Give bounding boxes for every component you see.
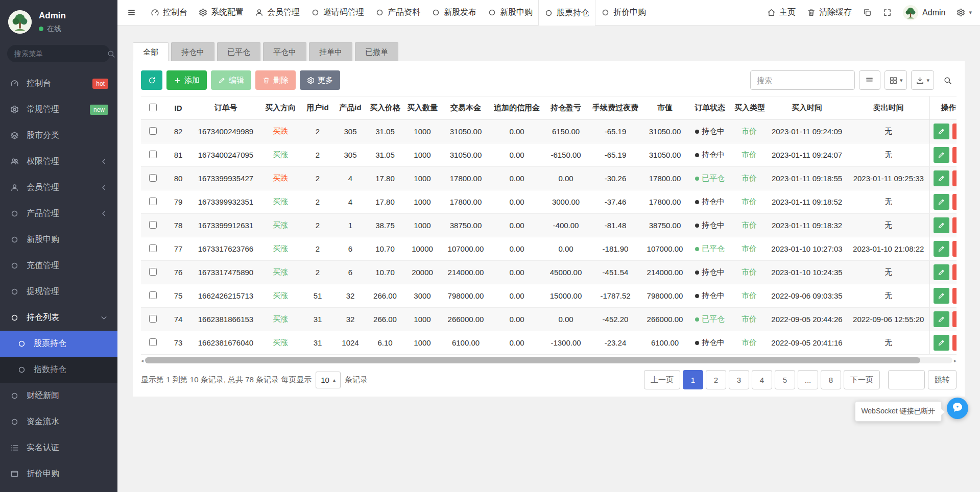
sidebar-item-6[interactable]: 产品管理 [0, 201, 117, 227]
edit-row-button[interactable] [934, 264, 949, 280]
user-menu[interactable]: Admin [903, 5, 945, 20]
sidebar-item-3[interactable]: 股市分类 [0, 122, 117, 149]
scroll-left-arrow-icon[interactable]: ◂ [141, 358, 144, 363]
edit-row-button[interactable] [934, 335, 949, 351]
export-button[interactable]: ▾ [911, 70, 934, 90]
add-button[interactable]: 添加 [166, 70, 207, 90]
page-button-5[interactable]: 5 [775, 370, 795, 389]
sidebar-item-1[interactable]: 控制台hot [0, 70, 117, 96]
delete-row-button[interactable] [952, 124, 957, 139]
page-button-8[interactable]: 8 [821, 370, 841, 389]
prev-page-button[interactable]: 上一页 [644, 370, 680, 389]
nav-tab-5[interactable]: 产品资料 [370, 0, 426, 26]
delete-row-button[interactable] [952, 170, 957, 186]
sidebar-item-8[interactable]: 充值管理 [0, 253, 117, 279]
filter-tab-3[interactable]: 已平仓 [217, 42, 260, 61]
refresh-button[interactable] [141, 70, 162, 90]
nav-tab-3[interactable]: 会员管理 [249, 0, 305, 26]
table-search-input[interactable] [750, 70, 855, 90]
edit-row-button[interactable] [934, 147, 949, 163]
scrollbar-thumb[interactable] [145, 357, 920, 363]
nav-tab-6[interactable]: 新股发布 [426, 0, 482, 26]
row-checkbox[interactable] [149, 221, 157, 229]
edit-row-button[interactable] [934, 288, 949, 304]
delete-row-button[interactable] [952, 241, 957, 257]
chat-fab-button[interactable] [947, 398, 968, 419]
advanced-search-button[interactable] [938, 70, 957, 90]
delete-row-button[interactable] [952, 335, 957, 351]
edit-row-button[interactable] [934, 170, 949, 186]
more-button[interactable]: 更多 [300, 70, 340, 90]
home-button[interactable]: 主页 [767, 7, 796, 18]
sidebar-item-10[interactable]: 持仓列表 [0, 305, 117, 331]
fullscreen-button[interactable] [883, 8, 892, 17]
page-button-2[interactable]: 2 [706, 370, 726, 389]
row-checkbox[interactable] [149, 127, 157, 135]
edit-row-button[interactable] [934, 124, 949, 139]
chevron-left-icon [100, 209, 108, 218]
page-button-3[interactable]: 3 [729, 370, 749, 389]
nav-tab-7[interactable]: 新股申购 [482, 0, 538, 26]
row-checkbox[interactable] [149, 291, 157, 299]
next-page-button[interactable]: 下一页 [844, 370, 880, 389]
edit-button[interactable]: 编辑 [211, 70, 251, 90]
restore-window-button[interactable] [863, 8, 872, 17]
clear-cache-button[interactable]: 清除缓存 [807, 7, 852, 18]
sidebar-item-4[interactable]: 权限管理 [0, 149, 117, 175]
delete-row-button[interactable] [952, 147, 957, 163]
row-checkbox[interactable] [149, 268, 157, 276]
edit-row-button[interactable] [934, 241, 949, 257]
sidebar-item-2[interactable]: 常规管理new [0, 96, 117, 122]
filter-tab-4[interactable]: 平仓中 [263, 42, 306, 61]
sidebar-item-9[interactable]: 提现管理 [0, 279, 117, 305]
select-all-checkbox[interactable] [149, 104, 157, 111]
page-size-select[interactable]: 10 ▴ [316, 372, 341, 388]
nav-tab-1[interactable]: 控制台 [145, 0, 193, 26]
filter-tab-6[interactable]: 已撤单 [355, 42, 398, 61]
sidebar-item-13[interactable]: 财经新闻 [0, 383, 117, 409]
delete-row-button[interactable] [952, 311, 957, 327]
edit-row-button[interactable] [934, 217, 949, 233]
nav-tab-8[interactable]: 股票持仓 [538, 0, 595, 26]
nav-tab-4[interactable]: 邀请码管理 [305, 0, 370, 26]
scrollbar-track[interactable] [145, 357, 952, 363]
jump-page-input[interactable] [888, 370, 925, 389]
sidebar-item-12[interactable]: 指数持仓 [0, 357, 117, 383]
delete-row-button[interactable] [952, 264, 957, 280]
sidebar-item-7[interactable]: 新股申购 [0, 227, 117, 253]
settings-menu-button[interactable]: ▾ [957, 8, 972, 17]
filter-tab-1[interactable]: 全部 [133, 42, 169, 61]
scroll-right-arrow-icon[interactable]: ▸ [954, 358, 957, 363]
delete-button[interactable]: 删除 [255, 70, 296, 90]
sidebar-item-16[interactable]: 折价申购 [0, 461, 117, 487]
filter-tab-5[interactable]: 挂单中 [309, 42, 352, 61]
sidebar-item-14[interactable]: 资金流水 [0, 409, 117, 435]
row-checkbox[interactable] [149, 174, 157, 182]
hamburger-button[interactable] [117, 0, 145, 26]
row-checkbox[interactable] [149, 151, 157, 158]
horizontal-scrollbar[interactable]: ◂ ▸ [141, 357, 957, 364]
delete-row-button[interactable] [952, 288, 957, 304]
edit-row-button[interactable] [934, 194, 949, 210]
page-button-4[interactable]: 4 [752, 370, 772, 389]
ellipsis-page-button[interactable]: ... [798, 370, 818, 389]
sidebar-item-5[interactable]: 会员管理 [0, 175, 117, 201]
sidebar-item-11[interactable]: 股票持仓 [0, 331, 117, 357]
gear-icon [307, 77, 315, 84]
sidebar-item-15[interactable]: 实名认证 [0, 435, 117, 461]
filter-tab-2[interactable]: 持仓中 [171, 42, 214, 61]
row-checkbox[interactable] [149, 198, 157, 205]
nav-tab-9[interactable]: 折价申购 [595, 0, 652, 26]
row-checkbox[interactable] [149, 315, 157, 323]
sidebar-search-input[interactable] [14, 50, 107, 58]
nav-tab-2[interactable]: 系统配置 [193, 0, 249, 26]
columns-button[interactable]: ▾ [885, 70, 907, 90]
row-checkbox[interactable] [149, 244, 157, 252]
edit-row-button[interactable] [934, 311, 949, 327]
delete-row-button[interactable] [952, 194, 957, 210]
row-checkbox[interactable] [149, 338, 157, 346]
delete-row-button[interactable] [952, 217, 957, 233]
page-button-1[interactable]: 1 [683, 370, 703, 389]
jump-button[interactable]: 跳转 [928, 370, 957, 389]
toggle-pagination-button[interactable] [859, 70, 880, 90]
